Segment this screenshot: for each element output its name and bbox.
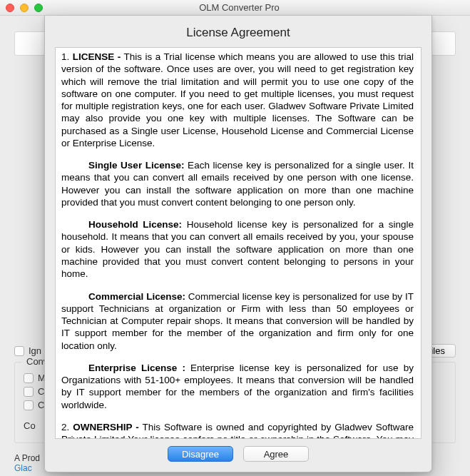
license-section-1: 1. LICENSE - This is a Trial license whi… xyxy=(61,51,414,149)
ignore-checkbox[interactable] xyxy=(14,346,24,356)
sec1-num: 1. xyxy=(61,51,69,62)
co-label: Co xyxy=(24,420,36,431)
sec1-head: LICENSE - xyxy=(73,51,121,62)
disagree-button[interactable]: Disagree xyxy=(168,446,233,462)
license-single: Single User License: Each license key is… xyxy=(61,159,414,208)
convert-opt-m-checkbox[interactable] xyxy=(24,373,34,383)
household-head: Household License: xyxy=(88,219,182,230)
sec2-num: 2. xyxy=(61,422,69,432)
ignore-label: Ign xyxy=(29,345,41,356)
zoom-icon[interactable] xyxy=(34,4,43,12)
traffic-lights xyxy=(6,4,43,12)
license-commercial: Commercial License: Commercial license k… xyxy=(61,290,414,352)
sec1-body: This is a Trial license which means you … xyxy=(61,51,414,148)
single-head: Single User License: xyxy=(88,160,185,171)
product-by-label: A Prod xyxy=(14,453,40,463)
license-household: Household License: Household license key… xyxy=(61,218,414,280)
sheet-button-row: Disagree Agree xyxy=(45,439,431,472)
sheet-backdrop: License Agreement 1. LICENSE - This is a… xyxy=(0,0,470,476)
convert-opt-c1-checkbox[interactable] xyxy=(24,387,34,397)
convert-opt-c2-label: C xyxy=(38,400,44,410)
brand-link[interactable]: Glac xyxy=(14,463,40,473)
convert-opt-c2-checkbox[interactable] xyxy=(24,400,34,410)
convert-opt-c1-label: C xyxy=(38,386,44,397)
sec2-head: OWNERSHIP - xyxy=(73,422,138,432)
license-text-area[interactable]: 1. LICENSE - This is a Trial license whi… xyxy=(55,47,422,439)
minimize-icon[interactable] xyxy=(20,4,29,12)
close-icon[interactable] xyxy=(6,4,14,12)
license-sheet: License Agreement 1. LICENSE - This is a… xyxy=(44,16,432,472)
enterprise-head: Enterprise License : xyxy=(88,363,185,373)
window-titlebar: OLM Converter Pro xyxy=(0,0,470,16)
sheet-title: License Agreement xyxy=(45,16,431,47)
license-section-2: 2. OWNERSHIP - This Software is owned an… xyxy=(61,421,414,439)
commercial-head: Commercial License: xyxy=(88,291,185,302)
window-title: OLM Converter Pro xyxy=(48,2,430,13)
agree-button[interactable]: Agree xyxy=(243,446,309,462)
license-enterprise: Enterprise License : Enterprise license … xyxy=(61,362,414,411)
